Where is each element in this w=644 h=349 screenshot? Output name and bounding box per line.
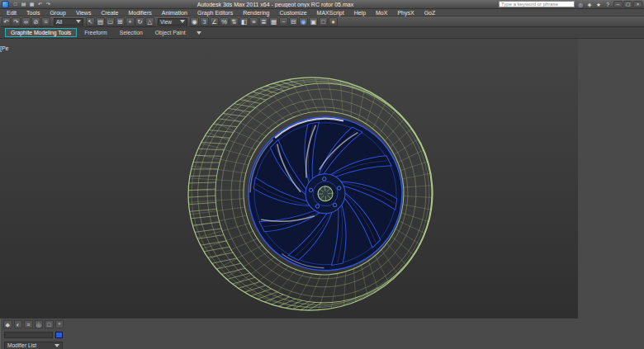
chevron-down-icon bbox=[76, 20, 81, 26]
menu-item[interactable]: Graph Editors bbox=[192, 9, 238, 17]
menu-item[interactable]: Rendering bbox=[238, 9, 274, 17]
menu-item[interactable]: Help bbox=[349, 9, 371, 17]
title-bar: □▤▦↶↷ Autodesk 3ds Max 2011 x64 - peugeo… bbox=[0, 0, 644, 9]
mirror-icon[interactable]: ◧ bbox=[239, 17, 249, 26]
viewport-label[interactable]: [Pe bbox=[0, 45, 9, 51]
main-toolbar: ↶↷∞⊘≈ All ↖▤▭⊞+↻△ View ◉3∠%⇅◧≡≣▦~⊟◉▣□● bbox=[0, 17, 644, 27]
menu-item[interactable]: PhysX bbox=[392, 9, 419, 17]
object-name-field[interactable] bbox=[4, 332, 53, 338]
menu-item[interactable]: GoZ bbox=[419, 9, 441, 17]
utilities-tab-icon[interactable]: * bbox=[55, 320, 64, 328]
quick-access-toolbar: □▤▦↶↷ bbox=[12, 1, 52, 8]
minimize-button[interactable]: ─ bbox=[613, 1, 623, 7]
menu-item[interactable]: Create bbox=[96, 9, 123, 17]
material-editor-icon[interactable]: ◉ bbox=[299, 17, 308, 26]
bind-to-spacewarp-icon[interactable]: ≈ bbox=[41, 17, 50, 26]
schematic-view-icon[interactable]: ⊟ bbox=[289, 17, 298, 26]
spinner-snap-icon[interactable]: ⇅ bbox=[230, 17, 239, 26]
select-and-scale-icon[interactable]: △ bbox=[145, 17, 154, 26]
menu-item[interactable]: MAXScript bbox=[312, 9, 349, 17]
communication-center-icon[interactable]: ◈ bbox=[585, 1, 594, 8]
3dsmax-window: □▤▦↶↷ Autodesk 3ds Max 2011 x64 - peugeo… bbox=[0, 0, 644, 349]
window-crossing-icon[interactable]: ⊞ bbox=[116, 17, 125, 26]
create-tab-icon[interactable]: ◆ bbox=[3, 320, 12, 328]
undo-icon[interactable]: ↶ bbox=[36, 1, 44, 8]
use-pivot-center-icon[interactable]: ◉ bbox=[190, 17, 199, 26]
tab-object-paint[interactable]: Object Paint bbox=[150, 29, 191, 36]
selection-filter-value: All bbox=[56, 19, 62, 25]
window-controls: ─▢× bbox=[613, 1, 642, 7]
chevron-down-icon bbox=[54, 344, 59, 349]
select-and-move-icon[interactable]: + bbox=[125, 17, 135, 26]
hierarchy-tab-icon[interactable]: ≡ bbox=[24, 320, 33, 328]
render-production-icon[interactable]: ● bbox=[329, 17, 338, 26]
modify-tab-icon[interactable]: ◐ bbox=[14, 320, 23, 328]
snap-toggle-3d-icon[interactable]: 3 bbox=[200, 17, 209, 26]
select-and-link-icon[interactable]: ∞ bbox=[21, 17, 31, 26]
command-panel-tabs: ◆◐≡◎□* bbox=[1, 318, 66, 330]
menu-item[interactable]: Animation bbox=[157, 9, 192, 17]
chevron-down-icon bbox=[180, 20, 185, 26]
menu-item[interactable]: Group bbox=[45, 9, 70, 17]
menu-item[interactable]: MoX bbox=[371, 9, 392, 17]
menu-item[interactable]: Edit bbox=[2, 9, 21, 17]
selection-filter-dropdown[interactable]: All bbox=[54, 18, 83, 26]
render-setup-icon[interactable]: ▣ bbox=[309, 17, 318, 26]
ribbon-tab-row: Graphite Modeling Tools Freeform Selecti… bbox=[0, 27, 644, 39]
save-file-icon[interactable]: ▦ bbox=[28, 1, 36, 8]
menu-bar: EditToolsGroupViewsCreateModifiersAnimat… bbox=[0, 9, 644, 17]
select-by-name-icon[interactable]: ▤ bbox=[96, 17, 105, 26]
search-icon[interactable]: ◎ bbox=[576, 1, 585, 8]
application-menu-button[interactable] bbox=[2, 1, 9, 8]
curve-editor-icon[interactable]: ~ bbox=[279, 17, 288, 26]
display-tab-icon[interactable]: □ bbox=[45, 320, 54, 328]
modifier-list-dropdown[interactable]: Modifier List bbox=[4, 342, 63, 349]
angle-snap-icon[interactable]: ∠ bbox=[210, 17, 219, 26]
new-file-icon[interactable]: □ bbox=[12, 1, 19, 8]
close-button[interactable]: × bbox=[633, 1, 642, 7]
object-color-swatch[interactable] bbox=[55, 332, 63, 338]
select-and-rotate-icon[interactable]: ↻ bbox=[135, 17, 144, 26]
search-input[interactable] bbox=[499, 1, 575, 7]
rendered-frame-window-icon[interactable]: □ bbox=[319, 17, 328, 26]
favorites-icon[interactable]: ★ bbox=[594, 1, 603, 8]
reference-coordinate-dropdown[interactable]: View bbox=[158, 18, 187, 26]
infocenter-icons: ◎◈★? bbox=[576, 1, 612, 8]
window-title: Autodesk 3ds Max 2011 x64 - peugeot onyx… bbox=[52, 2, 499, 7]
open-file-icon[interactable]: ▤ bbox=[20, 1, 27, 8]
unlink-selection-icon[interactable]: ⊘ bbox=[31, 17, 40, 26]
rectangular-region-icon[interactable]: ▭ bbox=[106, 17, 115, 26]
infocenter: ◎◈★? ─▢× bbox=[499, 1, 642, 8]
maximize-button[interactable]: ▢ bbox=[623, 1, 632, 7]
viewport[interactable]: [Pe bbox=[0, 39, 578, 318]
redo-icon[interactable]: ↷ bbox=[12, 17, 21, 26]
modifier-list-label: Modifier List bbox=[7, 342, 36, 349]
tab-freeform[interactable]: Freeform bbox=[79, 29, 112, 36]
command-panel: ◆◐≡◎□* Modifier List ⊙▣▱∅⚙ bbox=[0, 318, 66, 349]
motion-tab-icon[interactable]: ◎ bbox=[35, 320, 44, 328]
menu-item[interactable]: Modifiers bbox=[123, 9, 156, 17]
menu-item[interactable]: Customize bbox=[274, 9, 311, 17]
percent-snap-icon[interactable]: % bbox=[220, 17, 229, 26]
tab-selection[interactable]: Selection bbox=[115, 29, 148, 36]
tab-graphite-modeling-tools[interactable]: Graphite Modeling Tools bbox=[5, 28, 77, 37]
menu-item[interactable]: Views bbox=[71, 9, 97, 17]
reference-coordinate-value: View bbox=[160, 19, 172, 25]
ribbon-collapse-icon[interactable] bbox=[197, 31, 201, 37]
help-icon[interactable]: ? bbox=[604, 1, 612, 8]
menu-item[interactable]: Tools bbox=[21, 9, 45, 17]
select-object-icon[interactable]: ↖ bbox=[86, 17, 95, 26]
align-icon[interactable]: ≡ bbox=[249, 17, 258, 26]
undo-icon[interactable]: ↶ bbox=[2, 17, 11, 26]
ribbon-toggle-icon[interactable]: ▦ bbox=[269, 17, 278, 26]
redo-icon[interactable]: ↷ bbox=[45, 1, 52, 8]
layer-manager-icon[interactable]: ≣ bbox=[259, 17, 268, 26]
wheel-model[interactable] bbox=[0, 54, 578, 318]
